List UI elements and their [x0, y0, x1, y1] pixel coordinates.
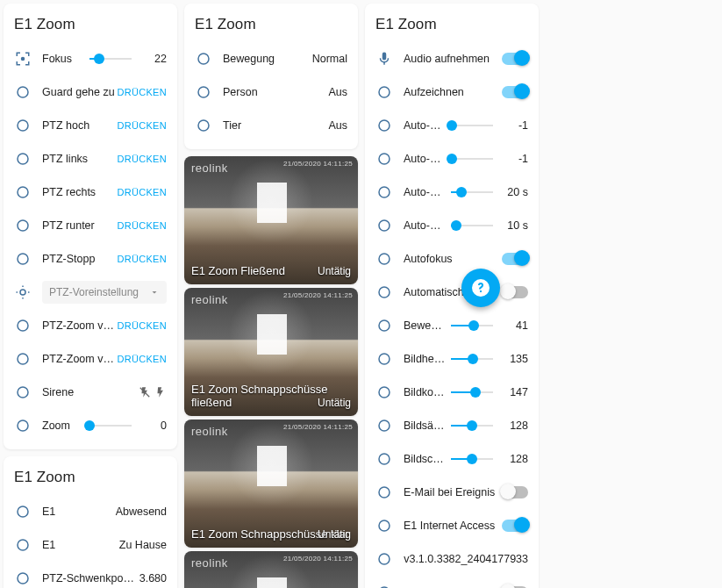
- mail-icon: [375, 484, 393, 501]
- card-rows: Fokus22Guard gehe zuDRÜCKENPTZ hochDRÜCK…: [14, 42, 167, 442]
- slider[interactable]: [451, 325, 493, 326]
- press-button[interactable]: DRÜCKEN: [118, 354, 168, 364]
- row-ptz-runter[interactable]: PTZ runterDRÜCKEN: [14, 209, 167, 242]
- row-zoom[interactable]: Zoom0: [14, 409, 167, 442]
- card-title: E1 Zoom: [195, 16, 347, 33]
- svg-point-4: [18, 187, 28, 197]
- value: Abwesend: [116, 506, 167, 518]
- row-ptz-zoom-verkleinern[interactable]: PTZ-Zoom verkleinernDRÜCKEN: [14, 342, 167, 376]
- switch[interactable]: [502, 253, 528, 265]
- label: Bildschärfe: [404, 453, 446, 465]
- assist-fab[interactable]: [461, 269, 500, 307]
- slider[interactable]: [451, 191, 493, 193]
- switch[interactable]: [502, 53, 528, 65]
- svg-point-34: [379, 520, 390, 531]
- camera-name: E1 Zoom Fließend: [191, 264, 285, 277]
- row-bilds-ttigung[interactable]: Bildsättigung128: [375, 409, 528, 442]
- chip-icon: [375, 550, 393, 568]
- row-bewegungsempfindlichkeit[interactable]: Bewegungsempfindlichkeit41: [375, 309, 528, 342]
- slider[interactable]: [451, 158, 493, 160]
- slider[interactable]: [451, 225, 493, 226]
- switch[interactable]: [502, 86, 528, 98]
- camera-status: Untätig: [318, 265, 351, 277]
- row-aufzeichnen[interactable]: Aufzeichnen: [375, 75, 528, 109]
- paw-icon: [195, 117, 212, 134]
- row-auto-track-stoppzeit[interactable]: Auto-Track-Stoppzeit20 s: [375, 176, 528, 209]
- slider[interactable]: [451, 358, 493, 360]
- press-button[interactable]: DRÜCKEN: [118, 320, 168, 331]
- svg-point-25: [379, 220, 390, 231]
- svg-point-14: [18, 540, 28, 550]
- row-guard-gehe-zu[interactable]: Guard gehe zuDRÜCKEN: [14, 75, 167, 109]
- switch[interactable]: [502, 286, 528, 298]
- slider[interactable]: [451, 458, 493, 460]
- camera-feed-0[interactable]: reolink21/05/2020 14:11:25E1 Zoom Fließe…: [184, 156, 358, 284]
- switch[interactable]: [502, 520, 528, 532]
- camera-logo: reolink: [191, 293, 228, 306]
- target-icon: [375, 283, 393, 301]
- press-button[interactable]: DRÜCKEN: [118, 87, 168, 97]
- label: Auto-Track-Limit rechts: [404, 153, 446, 165]
- row-e1: E1Abwesend: [14, 495, 167, 528]
- row-audio-aufnehmen[interactable]: Audio aufnehmen: [375, 42, 528, 75]
- row-automatisches-tracking[interactable]: Automatisches Tracking: [375, 276, 528, 309]
- row-ptz-links[interactable]: PTZ linksDRÜCKEN: [14, 142, 167, 176]
- svg-point-35: [379, 554, 390, 564]
- svg-point-31: [379, 420, 390, 431]
- row-bildkontrast[interactable]: Bildkontrast147: [375, 376, 528, 409]
- ptz-preset-select[interactable]: PTZ-Voreinstellung: [42, 281, 167, 304]
- label: E1 Internet Access: [404, 520, 502, 532]
- value: 41: [502, 319, 528, 332]
- flash-controls[interactable]: [139, 386, 167, 398]
- slider[interactable]: [89, 425, 132, 427]
- row-ptz-hoch[interactable]: PTZ hochDRÜCKEN: [14, 109, 167, 142]
- slider[interactable]: [451, 125, 493, 126]
- row-auto-track-verschwinden-[interactable]: Auto-Track-Verschwinden…10 s: [375, 209, 528, 242]
- svg-point-28: [379, 320, 390, 331]
- press-button[interactable]: DRÜCKEN: [118, 220, 168, 231]
- camera-feed-2[interactable]: reolink21/05/2020 14:11:25E1 Zoom Schnap…: [184, 419, 358, 548]
- svg-point-12: [18, 420, 28, 431]
- svg-point-26: [379, 254, 390, 264]
- row-e1-internet-access[interactable]: E1 Internet Access: [375, 509, 528, 542]
- row-bildhelligkeit[interactable]: Bildhelligkeit135: [375, 342, 528, 376]
- siren-icon: [14, 384, 32, 401]
- contrast-icon: [375, 384, 393, 401]
- slider[interactable]: [451, 391, 493, 393]
- svg-point-24: [379, 187, 390, 197]
- press-button[interactable]: DRÜCKEN: [118, 254, 168, 264]
- row-ptz-voreinstellung[interactable]: PTZ-Voreinstellung: [14, 276, 167, 309]
- label: PTZ runter: [42, 219, 118, 232]
- slider[interactable]: [451, 425, 493, 427]
- label: Auto-Track-Verschwinden…: [404, 219, 446, 232]
- row-bildsch-rfe[interactable]: Bildschärfe128: [375, 442, 528, 476]
- press-button[interactable]: DRÜCKEN: [118, 154, 168, 164]
- press-button[interactable]: DRÜCKEN: [118, 187, 168, 197]
- press-button[interactable]: DRÜCKEN: [118, 120, 168, 131]
- row-sirene[interactable]: Sirene: [14, 376, 167, 409]
- label: PTZ rechts: [42, 186, 118, 198]
- camera-feed-3[interactable]: reolink21/05/2020 14:11:25: [184, 551, 358, 588]
- label: Person: [223, 86, 321, 98]
- row-ptz-zoom-vergr-ern[interactable]: PTZ-Zoom vergrößernDRÜCKEN: [14, 309, 167, 342]
- row-ptz-rechts[interactable]: PTZ rechtsDRÜCKEN: [14, 176, 167, 209]
- row-auto-track-limit-rechts[interactable]: Auto-Track-Limit rechts-1: [375, 142, 528, 176]
- row-fokus[interactable]: Fokus22: [14, 42, 167, 75]
- label: PTZ hoch: [42, 119, 118, 132]
- label: Autofokus: [404, 253, 502, 265]
- camera-feed-1[interactable]: reolink21/05/2020 14:11:25E1 Zoom Schnap…: [184, 288, 358, 416]
- row-ftp-upload[interactable]: FTP-Upload: [375, 576, 528, 588]
- camera-timestamp: 21/05/2020 14:11:25: [283, 291, 353, 299]
- camera-logo: reolink: [191, 425, 228, 438]
- switch[interactable]: [502, 486, 528, 498]
- slider[interactable]: [89, 58, 132, 60]
- row-firmware: Firmwarev3.1.0.3382_2404177933: [375, 542, 528, 576]
- sharp-icon: [375, 450, 393, 468]
- row-auto-track-limit-links[interactable]: Auto-Track-Limit links-1: [375, 109, 528, 142]
- svg-point-30: [379, 387, 390, 398]
- camera-status: Untätig: [318, 397, 351, 409]
- row-ptz-stopp[interactable]: PTZ-StoppDRÜCKEN: [14, 242, 167, 276]
- row-e-mail-bei-ereignis[interactable]: E-Mail bei Ereignis: [375, 476, 528, 509]
- row-autofokus[interactable]: Autofokus: [375, 242, 528, 276]
- run-icon: [195, 50, 212, 68]
